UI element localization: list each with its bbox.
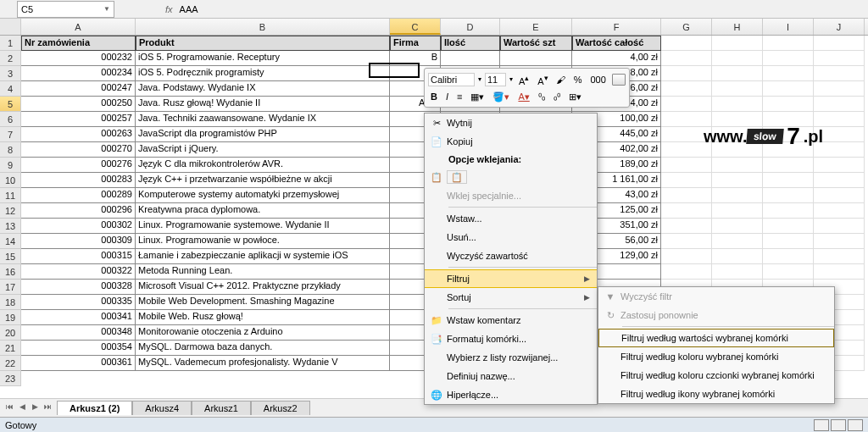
row-header[interactable]: 17 <box>0 280 21 295</box>
cell[interactable] <box>763 234 814 249</box>
cell[interactable]: 000361 <box>21 356 136 371</box>
col-header-c[interactable]: C <box>390 19 441 35</box>
submenu-filter-by-value[interactable]: Filtruj według wartości wybranej komórki <box>598 329 834 347</box>
cell[interactable] <box>661 173 712 188</box>
cell[interactable]: Microsoft Visual C++ 2012. Praktyczne pr… <box>136 280 390 295</box>
cell[interactable] <box>500 51 572 66</box>
row-header[interactable]: 22 <box>0 356 21 371</box>
cell[interactable]: 000276 <box>21 158 136 173</box>
cell[interactable]: 4,00 zł <box>572 51 661 66</box>
row-header[interactable]: 16 <box>0 264 21 280</box>
cell[interactable]: Linux. Programowanie w powłoce. <box>136 234 390 249</box>
view-normal-icon[interactable] <box>814 419 829 431</box>
col-header-j[interactable]: J <box>814 19 865 35</box>
cell[interactable]: 000296 <box>21 203 136 219</box>
row-header[interactable]: 18 <box>0 295 21 310</box>
col-header-g[interactable]: G <box>661 19 712 35</box>
cell[interactable]: B <box>390 51 441 66</box>
header-cell[interactable]: Wartość szt <box>500 36 572 51</box>
header-cell[interactable]: Wartość całość <box>572 36 661 51</box>
cell[interactable] <box>814 51 865 66</box>
cell[interactable] <box>712 219 763 234</box>
cell[interactable] <box>712 36 763 51</box>
cell[interactable]: Język C++ i przetwarzanie współbieżne w … <box>136 173 390 188</box>
cell[interactable]: 000270 <box>21 142 136 158</box>
cell[interactable] <box>661 81 712 97</box>
row-header[interactable]: 19 <box>0 310 21 325</box>
cell[interactable]: Java. Podstawy. Wydanie IX <box>136 81 390 97</box>
cell[interactable] <box>763 188 814 203</box>
cell[interactable]: iOS 5. Podręcznik programisty <box>136 66 390 81</box>
menu-copy[interactable]: 📄 Kopiuj <box>425 132 597 151</box>
cell[interactable]: Java. Rusz głową! Wydanie II <box>136 97 390 112</box>
col-header-b[interactable]: B <box>136 19 390 35</box>
cell[interactable]: iOS 5. Programowanie. Receptury <box>136 51 390 66</box>
font-selector[interactable]: Calibri <box>428 73 475 86</box>
cell[interactable]: Łamanie i zabezpieczanie aplikacji w sys… <box>136 249 390 264</box>
cell[interactable] <box>712 51 763 66</box>
italic-icon[interactable]: I <box>443 91 451 102</box>
cell[interactable] <box>712 173 763 188</box>
tab-next-icon[interactable]: ▶ <box>29 402 41 414</box>
cell[interactable] <box>661 36 712 51</box>
cell[interactable] <box>661 66 712 81</box>
cell[interactable]: 000341 <box>21 310 136 325</box>
cell[interactable] <box>712 158 763 173</box>
cell[interactable]: MySQL. Vademecum profesjonalisty. Wydani… <box>136 356 390 371</box>
formula-input[interactable]: AAA <box>178 3 868 16</box>
cell[interactable] <box>763 219 814 234</box>
percent-icon[interactable]: % <box>571 74 585 86</box>
menu-filter[interactable]: Filtruj ▶ <box>425 269 597 288</box>
menu-hyperlink[interactable]: 🌐 Hiperłącze... <box>425 385 597 404</box>
cell[interactable] <box>814 81 865 97</box>
cell[interactable]: Kreatywna praca dyplomowa. <box>136 203 390 219</box>
row-header[interactable]: 21 <box>0 341 21 356</box>
cell[interactable]: 000354 <box>21 341 136 356</box>
cell[interactable] <box>712 66 763 81</box>
menu-delete[interactable]: Usuń... <box>425 228 597 246</box>
menu-paste-option[interactable]: 📋 📋 <box>425 168 597 186</box>
submenu-reapply[interactable]: ↻ Zastosuj ponownie <box>598 306 834 324</box>
cell[interactable] <box>712 81 763 97</box>
cell[interactable] <box>661 234 712 249</box>
cell[interactable]: 000328 <box>21 280 136 295</box>
cell[interactable]: JavaScript i jQuery. <box>136 142 390 158</box>
row-header[interactable]: 15 <box>0 249 21 264</box>
row-header[interactable]: 5 <box>0 97 21 112</box>
menu-insert[interactable]: Wstaw... <box>425 209 597 228</box>
sheet-tab[interactable]: Arkusz1 <box>192 401 251 415</box>
bold-icon[interactable]: B <box>428 91 440 102</box>
col-header-e[interactable]: E <box>500 19 572 35</box>
thousands-icon[interactable]: 000 <box>587 74 608 86</box>
menu-format-cells[interactable]: 📑 Formatuj komórki... <box>425 330 597 348</box>
col-header-a[interactable]: A <box>21 19 136 35</box>
increase-font-icon[interactable]: A▴ <box>516 72 531 87</box>
cell[interactable] <box>712 264 763 280</box>
tab-first-icon[interactable]: ⏮ <box>3 402 15 414</box>
header-cell[interactable]: Nr zamówienia <box>21 36 136 51</box>
cell[interactable]: 000263 <box>21 127 136 142</box>
cell[interactable] <box>661 158 712 173</box>
cell[interactable] <box>814 173 865 188</box>
row-header[interactable]: 7 <box>0 127 21 142</box>
cell[interactable]: 000322 <box>21 264 136 280</box>
cell[interactable] <box>661 97 712 112</box>
menu-pick-from-list[interactable]: Wybierz z listy rozwijanej... <box>425 348 597 367</box>
format-painter-icon[interactable]: 🖌 <box>554 73 568 86</box>
row-header[interactable]: 3 <box>0 66 21 81</box>
cell[interactable]: Metoda Running Lean. <box>136 264 390 280</box>
cell[interactable]: Mobile Web Development. Smashing Magazin… <box>136 295 390 310</box>
col-header-h[interactable]: H <box>712 19 763 35</box>
cell[interactable] <box>712 234 763 249</box>
cell[interactable]: 000247 <box>21 81 136 97</box>
sheet-tab[interactable]: Arkusz4 <box>132 401 192 415</box>
cell[interactable] <box>661 51 712 66</box>
decrease-font-icon[interactable]: A▾ <box>535 72 550 87</box>
row-header[interactable]: 23 <box>0 371 21 386</box>
cell[interactable]: 000302 <box>21 219 136 234</box>
row-header[interactable]: 6 <box>0 112 21 127</box>
fx-icon[interactable]: fx <box>165 4 173 14</box>
tab-last-icon[interactable]: ⏭ <box>42 402 53 414</box>
submenu-filter-by-icon[interactable]: Filtruj według ikony wybranej komórki <box>598 385 834 403</box>
cell[interactable]: MySQL. Darmowa baza danych. <box>136 341 390 356</box>
